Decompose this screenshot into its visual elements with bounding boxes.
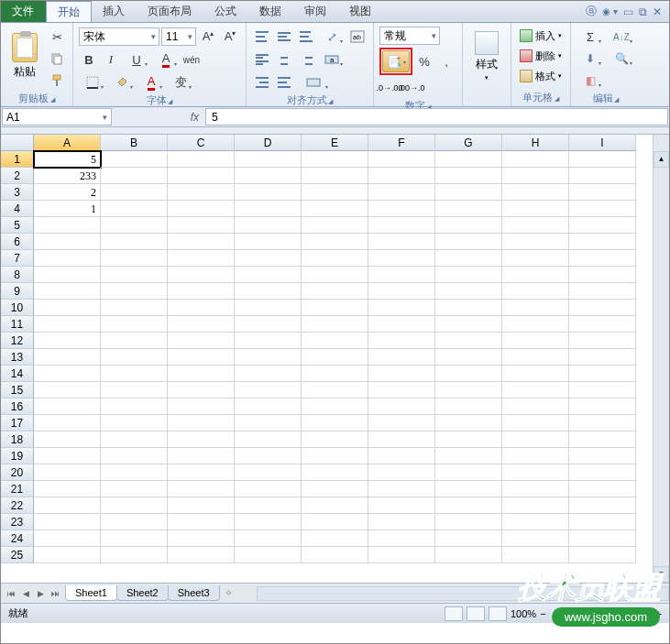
cell[interactable] (368, 398, 435, 415)
cell[interactable] (168, 382, 235, 398)
align-center-button[interactable] (274, 49, 294, 70)
cell[interactable] (235, 398, 302, 415)
paste-button[interactable]: 粘贴 (6, 27, 43, 85)
cell[interactable] (569, 530, 636, 547)
indent-dec-button[interactable] (252, 72, 272, 93)
cell[interactable] (569, 415, 636, 431)
cell[interactable] (302, 530, 368, 547)
font-name-combo[interactable]: 宋体 (79, 27, 159, 46)
col-header-G[interactable]: G (435, 135, 502, 151)
cell[interactable] (101, 481, 168, 497)
cell[interactable] (34, 514, 101, 530)
view-break-button[interactable] (489, 606, 507, 621)
cell[interactable] (302, 151, 368, 168)
ruby-button[interactable]: 变▾ (167, 72, 194, 93)
cell[interactable] (368, 217, 435, 234)
cell[interactable] (368, 431, 435, 448)
col-header-I[interactable]: I (569, 135, 636, 151)
cell[interactable] (34, 398, 101, 415)
cell[interactable] (235, 514, 302, 530)
phonetic-button[interactable]: wén (181, 49, 202, 70)
cell[interactable] (569, 464, 636, 481)
cell[interactable] (235, 547, 302, 563)
cell[interactable] (34, 349, 101, 366)
cell[interactable] (502, 448, 569, 464)
cell[interactable] (435, 316, 502, 333)
cell[interactable] (502, 514, 569, 530)
formula-input[interactable]: 5 (205, 108, 668, 126)
font-size-combo[interactable]: 11 (161, 27, 196, 46)
cell[interactable] (34, 530, 101, 547)
cell[interactable] (235, 497, 302, 514)
font-color-button[interactable]: A▾ (152, 49, 180, 70)
cell[interactable] (168, 464, 235, 481)
orientation-button[interactable]: ⤢▾ (318, 27, 346, 47)
fill-button[interactable]: ⬇▾ (577, 49, 604, 69)
cell[interactable] (368, 267, 435, 283)
cell[interactable] (34, 300, 101, 316)
cell[interactable] (435, 349, 502, 366)
row-header[interactable]: 1 (1, 151, 34, 168)
cell[interactable] (368, 201, 435, 217)
cell[interactable] (569, 151, 636, 168)
cell[interactable] (101, 300, 168, 316)
cell[interactable] (101, 448, 168, 464)
cell[interactable] (502, 316, 569, 333)
cell[interactable] (235, 448, 302, 464)
cell[interactable] (168, 234, 235, 250)
row-header[interactable]: 15 (1, 382, 34, 398)
cell[interactable] (302, 250, 368, 267)
tab-视图[interactable]: 视图 (338, 1, 383, 22)
cell[interactable] (302, 283, 368, 300)
merge-button[interactable]: a▾ (318, 49, 346, 70)
horizontal-scrollbar[interactable] (257, 586, 669, 601)
align-right-button[interactable] (296, 49, 316, 70)
cell[interactable] (368, 349, 435, 366)
cell[interactable] (435, 431, 502, 448)
format-cells-button[interactable]: 格式 ▾ (517, 67, 565, 85)
cell[interactable] (569, 300, 636, 316)
cell[interactable] (569, 234, 636, 250)
cell[interactable] (302, 201, 368, 217)
close-icon[interactable]: ✕ (653, 5, 662, 18)
cell[interactable] (569, 547, 636, 563)
cell[interactable] (168, 530, 235, 547)
cell[interactable] (502, 250, 569, 267)
row-header[interactable]: 17 (1, 415, 34, 431)
grow-font-button[interactable]: A▴ (198, 27, 218, 47)
cell[interactable] (168, 283, 235, 300)
cell[interactable] (368, 168, 435, 184)
row-header[interactable]: 8 (1, 267, 34, 283)
cell[interactable] (368, 366, 435, 382)
cell[interactable] (34, 267, 101, 283)
cell[interactable] (302, 464, 368, 481)
cell[interactable] (235, 530, 302, 547)
find-select-button[interactable]: 🔍▾ (608, 49, 635, 69)
cell[interactable] (435, 514, 502, 530)
cell[interactable] (101, 415, 168, 431)
cell[interactable] (502, 366, 569, 382)
cell[interactable] (168, 184, 235, 201)
cell[interactable] (435, 464, 502, 481)
cell[interactable] (168, 151, 235, 168)
zoom-level[interactable]: 100% (511, 608, 536, 619)
cell[interactable] (368, 382, 435, 398)
cell[interactable] (569, 349, 636, 366)
bold-button[interactable]: B (79, 49, 99, 70)
col-header-B[interactable]: B (101, 135, 168, 151)
tab-公式[interactable]: 公式 (203, 1, 248, 22)
row-header[interactable]: 21 (1, 481, 34, 497)
row-header[interactable]: 9 (1, 283, 34, 300)
cell[interactable] (435, 382, 502, 398)
row-header[interactable]: 6 (1, 234, 34, 250)
clear-button[interactable]: ◧▾ (577, 71, 604, 91)
cell[interactable] (235, 464, 302, 481)
cell[interactable] (435, 267, 502, 283)
zoom-slider[interactable] (555, 612, 647, 616)
cell[interactable] (302, 366, 368, 382)
cell[interactable] (101, 398, 168, 415)
cell[interactable] (34, 250, 101, 267)
cell[interactable] (101, 217, 168, 234)
cell[interactable] (235, 349, 302, 366)
cell[interactable] (168, 300, 235, 316)
